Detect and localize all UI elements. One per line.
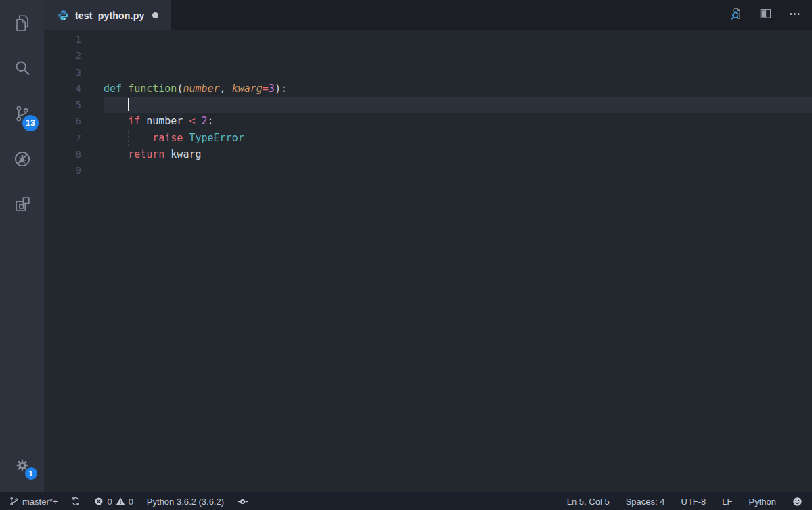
tab-bar: test_python.py (44, 0, 812, 30)
status-problems[interactable]: 00 (94, 496, 133, 507)
line-content: if number < 2: (104, 113, 812, 129)
text-cursor (128, 98, 129, 111)
indent-guide (104, 113, 104, 129)
status-text: master*+ (22, 496, 58, 507)
activity-item-extensions[interactable] (0, 181, 44, 227)
code-line-3[interactable]: 3 (44, 64, 812, 80)
code-line-1[interactable]: 1 (44, 31, 812, 47)
code-line-7[interactable]: 7 raise TypeError (44, 130, 812, 146)
error-icon (94, 496, 104, 506)
line-content: raise TypeError (104, 130, 812, 146)
split-editor-button[interactable] (759, 7, 772, 23)
preview-icon (730, 7, 743, 23)
tab-title: test_python.py (75, 10, 144, 21)
status-text: Python 3.6.2 (3.6.2) (147, 496, 224, 507)
python-file-icon (58, 9, 69, 21)
line-content (104, 64, 812, 80)
status-linter-target[interactable] (238, 496, 248, 507)
editor-actions (730, 0, 801, 30)
tab-test-python[interactable]: test_python.py (44, 0, 171, 30)
line-number: 7 (44, 130, 81, 146)
status-eol[interactable]: LF (722, 496, 732, 507)
code-line-9[interactable]: 9 (44, 162, 812, 179)
extensions-icon (12, 194, 32, 214)
line-number: 5 (44, 97, 81, 113)
search-icon (12, 58, 32, 78)
badge: 1 (25, 467, 37, 480)
activity-item-settings[interactable]: 1 (14, 457, 31, 477)
status-language-mode[interactable]: Python (749, 496, 776, 507)
status-indentation[interactable]: Spaces: 4 (626, 496, 665, 507)
split-icon (759, 7, 772, 23)
status-python-version[interactable]: Python 3.6.2 (3.6.2) (147, 496, 224, 507)
status-encoding[interactable]: UTF-8 (681, 496, 706, 507)
code-line-8[interactable]: 8 return kwarg (44, 146, 812, 162)
badge: 13 (22, 115, 39, 131)
activity-bar-bottom: 1 (0, 446, 44, 487)
more-icon (788, 7, 801, 23)
status-bar: master*+00Python 3.6.2 (3.6.2) Ln 5, Col… (0, 492, 812, 510)
line-number: 1 (44, 31, 81, 47)
activity-bar-top: 13 (0, 0, 44, 227)
code-line-6[interactable]: 6 if number < 2: (44, 113, 812, 129)
line-content (104, 47, 812, 64)
line-number: 3 (44, 64, 81, 80)
line-number: 9 (44, 162, 81, 179)
activity-item-debug[interactable] (0, 136, 44, 181)
activity-bar: 13 1 (0, 0, 44, 492)
status-text: 0 (129, 496, 133, 507)
status-text: Ln 5, Col 5 (567, 496, 610, 507)
line-content (104, 162, 812, 179)
status-text: 0 (107, 496, 112, 507)
status-git-branch[interactable]: master*+ (9, 496, 58, 507)
line-number: 2 (44, 47, 81, 64)
status-cursor-position[interactable]: Ln 5, Col 5 (567, 496, 610, 507)
status-sync[interactable] (71, 496, 81, 506)
debug-icon (12, 149, 32, 169)
code-line-4[interactable]: 4def function(number, kwarg=3): (44, 80, 812, 97)
more-actions-button[interactable] (788, 7, 801, 23)
editor[interactable]: 1234def function(number, kwarg=3):56 if … (44, 30, 812, 492)
branch-icon (9, 496, 19, 506)
indent-guide (104, 146, 104, 162)
sync-icon (71, 496, 81, 506)
status-right: Ln 5, Col 5Spaces: 4UTF-8LFPython (567, 496, 803, 507)
code-line-5[interactable]: 5 (44, 97, 812, 113)
status-text: UTF-8 (681, 496, 706, 507)
status-text: Python (749, 496, 776, 507)
code-line-2[interactable]: 2 (44, 47, 812, 64)
line-content: return kwarg (104, 146, 812, 162)
modified-dot-icon[interactable] (152, 12, 158, 18)
line-number: 6 (44, 113, 81, 129)
line-number: 4 (44, 80, 81, 97)
indent-guide (104, 97, 104, 113)
line-content: def function(number, kwarg=3): (104, 80, 812, 97)
open-preview-button[interactable] (730, 7, 743, 23)
activity-item-explorer[interactable] (0, 0, 44, 45)
status-text: Spaces: 4 (626, 496, 665, 507)
activity-item-search[interactable] (0, 45, 44, 91)
status-left: master*+00Python 3.6.2 (3.6.2) (9, 496, 248, 507)
status-text: LF (722, 496, 732, 507)
activity-item-source-control[interactable]: 13 (0, 91, 44, 136)
indent-guide (128, 130, 129, 146)
status-feedback[interactable] (792, 496, 803, 507)
indent-guide (104, 130, 104, 146)
line-content (104, 31, 812, 47)
warning-icon (116, 496, 125, 506)
code-lines: 1234def function(number, kwarg=3):56 if … (44, 30, 812, 179)
smiley-icon (792, 496, 803, 507)
target-icon (238, 496, 248, 507)
line-number: 8 (44, 146, 81, 162)
files-icon (12, 13, 32, 33)
line-content (104, 97, 812, 113)
